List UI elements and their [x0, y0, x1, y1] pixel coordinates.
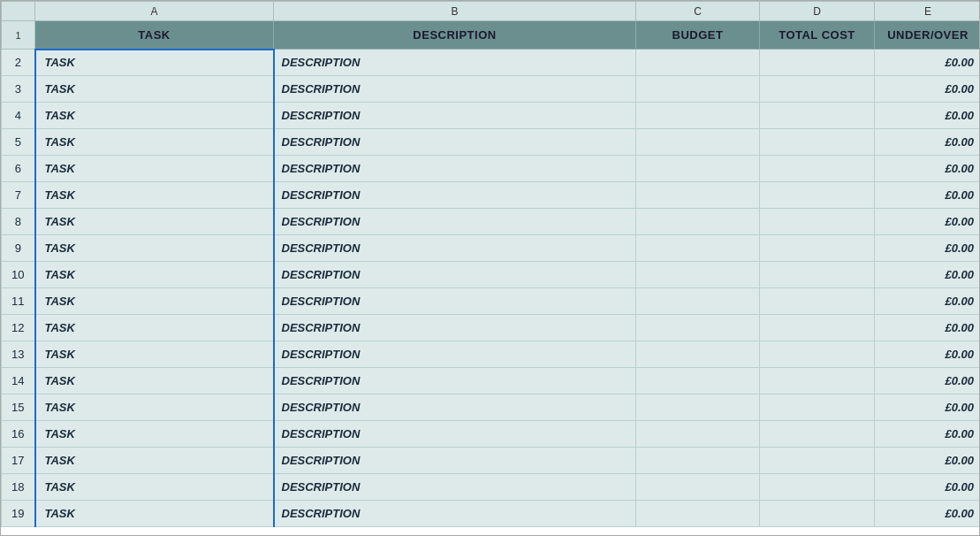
description-cell[interactable]: DESCRIPTION	[274, 315, 636, 341]
col-total-cost-header[interactable]: TOTAL COST	[760, 21, 875, 50]
col-letter-d[interactable]: D	[760, 2, 875, 21]
budget-cell[interactable]	[636, 262, 760, 288]
description-cell[interactable]: DESCRIPTION	[274, 209, 636, 235]
col-letter-c[interactable]: C	[636, 2, 760, 21]
task-cell[interactable]: TASK	[35, 315, 274, 341]
budget-cell[interactable]	[636, 315, 760, 341]
table-row[interactable]: 8TASKDESCRIPTION£0.00	[2, 209, 981, 235]
under-over-cell[interactable]: £0.00	[875, 182, 981, 209]
total-cost-cell[interactable]	[760, 103, 875, 129]
under-over-cell[interactable]: £0.00	[875, 129, 981, 156]
under-over-cell[interactable]: £0.00	[875, 315, 981, 341]
task-cell[interactable]: TASK	[35, 341, 274, 368]
total-cost-cell[interactable]	[760, 182, 875, 209]
col-letter-a[interactable]: A	[35, 2, 274, 21]
description-cell[interactable]: DESCRIPTION	[274, 501, 636, 527]
task-cell[interactable]: TASK	[35, 50, 274, 76]
under-over-cell[interactable]: £0.00	[875, 448, 981, 474]
task-cell[interactable]: TASK	[35, 129, 274, 156]
description-cell[interactable]: DESCRIPTION	[274, 156, 636, 182]
task-cell[interactable]: TASK	[35, 501, 274, 527]
description-cell[interactable]: DESCRIPTION	[274, 235, 636, 262]
total-cost-cell[interactable]	[760, 394, 875, 421]
col-letter-e[interactable]: E	[875, 2, 981, 21]
under-over-cell[interactable]: £0.00	[875, 235, 981, 262]
description-cell[interactable]: DESCRIPTION	[274, 368, 636, 394]
table-row[interactable]: 19TASKDESCRIPTION£0.00	[2, 501, 981, 527]
total-cost-cell[interactable]	[760, 288, 875, 315]
budget-cell[interactable]	[636, 235, 760, 262]
table-row[interactable]: 7TASKDESCRIPTION£0.00	[2, 182, 981, 209]
budget-cell[interactable]	[636, 129, 760, 156]
col-under-over-header[interactable]: UNDER/OVER	[875, 21, 981, 50]
description-cell[interactable]: DESCRIPTION	[274, 50, 636, 76]
budget-cell[interactable]	[636, 368, 760, 394]
description-cell[interactable]: DESCRIPTION	[274, 182, 636, 209]
table-row[interactable]: 11TASKDESCRIPTION£0.00	[2, 288, 981, 315]
description-cell[interactable]: DESCRIPTION	[274, 129, 636, 156]
total-cost-cell[interactable]	[760, 50, 875, 76]
under-over-cell[interactable]: £0.00	[875, 394, 981, 421]
description-cell[interactable]: DESCRIPTION	[274, 341, 636, 368]
budget-cell[interactable]	[636, 501, 760, 527]
col-description-header[interactable]: DESCRIPTION	[274, 21, 636, 50]
total-cost-cell[interactable]	[760, 315, 875, 341]
table-row[interactable]: 2TASKDESCRIPTION£0.00	[2, 50, 981, 76]
task-cell[interactable]: TASK	[35, 368, 274, 394]
total-cost-cell[interactable]	[760, 448, 875, 474]
table-row[interactable]: 9TASKDESCRIPTION£0.00	[2, 235, 981, 262]
total-cost-cell[interactable]	[760, 262, 875, 288]
task-cell[interactable]: TASK	[35, 448, 274, 474]
task-cell[interactable]: TASK	[35, 421, 274, 448]
budget-cell[interactable]	[636, 50, 760, 76]
budget-cell[interactable]	[636, 448, 760, 474]
total-cost-cell[interactable]	[760, 474, 875, 501]
total-cost-cell[interactable]	[760, 156, 875, 182]
table-row[interactable]: 14TASKDESCRIPTION£0.00	[2, 368, 981, 394]
table-row[interactable]: 12TASKDESCRIPTION£0.00	[2, 315, 981, 341]
table-row[interactable]: 4TASKDESCRIPTION£0.00	[2, 103, 981, 129]
budget-cell[interactable]	[636, 394, 760, 421]
total-cost-cell[interactable]	[760, 76, 875, 103]
table-row[interactable]: 6TASKDESCRIPTION£0.00	[2, 156, 981, 182]
description-cell[interactable]: DESCRIPTION	[274, 474, 636, 501]
budget-cell[interactable]	[636, 474, 760, 501]
description-cell[interactable]: DESCRIPTION	[274, 448, 636, 474]
col-task-header[interactable]: TASK	[35, 21, 274, 50]
task-cell[interactable]: TASK	[35, 156, 274, 182]
table-row[interactable]: 3TASKDESCRIPTION£0.00	[2, 76, 981, 103]
budget-cell[interactable]	[636, 341, 760, 368]
under-over-cell[interactable]: £0.00	[875, 474, 981, 501]
task-cell[interactable]: TASK	[35, 103, 274, 129]
task-cell[interactable]: TASK	[35, 235, 274, 262]
under-over-cell[interactable]: £0.00	[875, 50, 981, 76]
table-row[interactable]: 17TASKDESCRIPTION£0.00	[2, 448, 981, 474]
description-cell[interactable]: DESCRIPTION	[274, 262, 636, 288]
total-cost-cell[interactable]	[760, 421, 875, 448]
under-over-cell[interactable]: £0.00	[875, 341, 981, 368]
budget-cell[interactable]	[636, 288, 760, 315]
table-row[interactable]: 5TASKDESCRIPTION£0.00	[2, 129, 981, 156]
budget-cell[interactable]	[636, 209, 760, 235]
table-row[interactable]: 18TASKDESCRIPTION£0.00	[2, 474, 981, 501]
under-over-cell[interactable]: £0.00	[875, 368, 981, 394]
description-cell[interactable]: DESCRIPTION	[274, 288, 636, 315]
table-row[interactable]: 16TASKDESCRIPTION£0.00	[2, 421, 981, 448]
table-row[interactable]: 15TASKDESCRIPTION£0.00	[2, 394, 981, 421]
task-cell[interactable]: TASK	[35, 394, 274, 421]
task-cell[interactable]: TASK	[35, 209, 274, 235]
description-cell[interactable]: DESCRIPTION	[274, 421, 636, 448]
task-cell[interactable]: TASK	[35, 182, 274, 209]
total-cost-cell[interactable]	[760, 368, 875, 394]
total-cost-cell[interactable]	[760, 209, 875, 235]
table-row[interactable]: 10TASKDESCRIPTION£0.00	[2, 262, 981, 288]
table-row[interactable]: 13TASKDESCRIPTION£0.00	[2, 341, 981, 368]
task-cell[interactable]: TASK	[35, 262, 274, 288]
budget-cell[interactable]	[636, 76, 760, 103]
total-cost-cell[interactable]	[760, 129, 875, 156]
under-over-cell[interactable]: £0.00	[875, 288, 981, 315]
under-over-cell[interactable]: £0.00	[875, 421, 981, 448]
budget-cell[interactable]	[636, 421, 760, 448]
budget-cell[interactable]	[636, 103, 760, 129]
task-cell[interactable]: TASK	[35, 288, 274, 315]
